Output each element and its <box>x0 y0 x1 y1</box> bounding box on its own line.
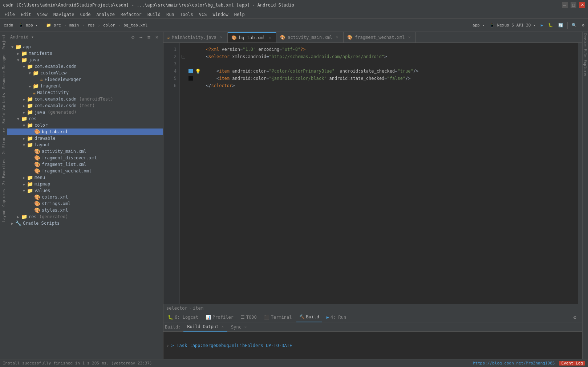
sidebar-tab-resource[interactable]: Resource Manager <box>0 52 7 91</box>
tree-item-res[interactable]: ▼ 📁 res <box>7 115 163 122</box>
tree-item-manifests[interactable]: ▶ 📁 manifests <box>7 50 163 57</box>
menu-run[interactable]: Run <box>163 11 177 18</box>
tree-item-app[interactable]: ▼ 📁 app <box>7 44 163 50</box>
tree-view[interactable]: ▼ 📁 app ▶ 📁 manifests ▼ 📁 java ▼ <box>7 42 163 359</box>
run-tab-build[interactable]: 🔨 Build <box>296 312 322 322</box>
tree-item-mainactivity[interactable]: ▶ ☕ MainActivity <box>7 89 163 96</box>
build-output-tab[interactable]: Build Output ✕ <box>183 322 227 332</box>
editor-content[interactable]: 1 2 3 4 5 6 - <box>163 43 582 304</box>
tree-arrow-menu[interactable]: ▶ <box>22 176 26 180</box>
panel-expand-icon[interactable]: ⇥ <box>138 34 144 40</box>
tree-arrow-pkg[interactable]: ▼ <box>22 65 26 69</box>
tab-bgtab-close[interactable]: ✕ <box>267 35 272 40</box>
tree-arrow-manifests[interactable]: ▶ <box>16 52 20 56</box>
tree-item-bgtab[interactable]: ▶ 🎨 bg_tab.xml <box>7 129 163 135</box>
tree-arrow-values[interactable]: ▼ <box>22 189 26 193</box>
toolbar-main-btn[interactable]: main <box>67 22 81 28</box>
tree-item-res-generated[interactable]: ▶ 📁 res (generated) <box>7 213 163 220</box>
run-tab-terminal[interactable]: ⬛ Terminal <box>261 312 295 322</box>
fold-btn-6[interactable] <box>180 82 187 89</box>
tree-item-androidtest[interactable]: ▶ 📁 com.example.csdn (androidTest) <box>7 96 163 102</box>
menu-window[interactable]: Window <box>210 11 231 18</box>
tab-fragmentwechat[interactable]: 🎨 fragment_wechat.xml ✕ <box>344 32 416 43</box>
menu-tools[interactable]: Tools <box>177 11 196 18</box>
tree-arrow-app[interactable]: ▼ <box>10 45 15 49</box>
menu-help[interactable]: Help <box>231 11 248 18</box>
menu-view[interactable]: View <box>34 11 50 18</box>
bc-item[interactable]: item <box>193 306 203 311</box>
tree-arrow-res-gen[interactable]: ▶ <box>16 215 20 219</box>
sync-tab[interactable]: Sync ✕ <box>227 322 250 332</box>
tab-activitymain[interactable]: 🎨 activity_main.xml ✕ <box>276 32 344 43</box>
event-log-btn[interactable]: Event Log <box>559 361 585 366</box>
bc-selector[interactable]: selector <box>166 306 187 311</box>
tree-arrow-drawable[interactable]: ▶ <box>22 136 26 140</box>
tree-item-colors[interactable]: ▶ 🎨 colors.xml <box>7 194 163 200</box>
tree-item-java-generated[interactable]: ▶ 📁 java (generated) <box>7 109 163 115</box>
tree-item-customview[interactable]: ▼ 📁 customView <box>7 70 163 76</box>
sidebar-tab-layout-captures[interactable]: Layout Captures <box>0 187 7 224</box>
run-tab-profiler[interactable]: 📊 Profiler <box>203 312 236 322</box>
tree-item-fragment[interactable]: ▶ 📁 fragment <box>7 83 163 89</box>
menu-navigate[interactable]: Navigate <box>50 11 77 18</box>
sidebar-tab-structure[interactable]: 2: Structure <box>0 126 7 156</box>
tree-item-fragment-list[interactable]: ▶ 🎨 fragment_list.xml <box>7 161 163 168</box>
tab-actmain-close[interactable]: ✕ <box>334 35 340 40</box>
tree-arrow-color[interactable]: ▼ <box>22 123 26 127</box>
run-tab-logcat[interactable]: 🐛 6: Logcat <box>165 312 201 322</box>
settings-btn[interactable]: ⚙ <box>580 22 587 28</box>
tree-item-drawable[interactable]: ▶ 📁 drawable <box>7 135 163 142</box>
tree-arrow-gradle[interactable]: ▶ <box>10 221 15 225</box>
toolbar-csdn-btn[interactable]: csdn <box>1 22 16 28</box>
tree-arrow-java[interactable]: ▼ <box>16 58 20 62</box>
panel-dropdown-icon[interactable]: Android ▾ <box>10 34 34 40</box>
device-btn[interactable]: 📱 Nexus 5 API 30 ▾ <box>487 22 538 28</box>
tree-item-menu[interactable]: ▶ 📁 menu <box>7 174 163 181</box>
sync-btn[interactable]: 🔄 <box>556 22 565 28</box>
bulb-indicator[interactable]: 💡 <box>194 68 202 75</box>
minimize-button[interactable]: ─ <box>562 2 568 8</box>
tree-item-com-example-csdn[interactable]: ▼ 📁 com.example.csdn <box>7 63 163 70</box>
panel-close-icon[interactable]: ✕ <box>154 34 160 40</box>
run-tab-todo[interactable]: ☰ TODO <box>238 312 260 322</box>
menu-refactor[interactable]: Refactor <box>118 11 145 18</box>
maximize-button[interactable]: □ <box>571 2 576 8</box>
tree-item-styles[interactable]: ▶ 🎨 styles.xml <box>7 207 163 213</box>
run-btn[interactable]: ▶ <box>539 22 546 28</box>
debug-btn[interactable]: 🐛 <box>546 22 555 28</box>
run-config-btn[interactable]: app ▾ <box>470 22 487 28</box>
tree-arrow-fragment[interactable]: ▶ <box>28 84 32 88</box>
sync-close[interactable]: ✕ <box>244 325 247 329</box>
status-link[interactable]: https://blog.csdn.net/MrsZhang1985 <box>473 361 555 366</box>
tree-item-layout[interactable]: ▼ 📁 layout <box>7 142 163 148</box>
sidebar-tab-favorites[interactable]: 2: Favorites <box>0 156 7 187</box>
menu-edit[interactable]: Edit <box>18 11 34 18</box>
menu-vcs[interactable]: VCS <box>196 11 210 18</box>
menu-file[interactable]: File <box>1 11 18 18</box>
tree-arrow-androidtest[interactable]: ▶ <box>22 97 26 101</box>
editor-scrollbar[interactable] <box>578 43 582 304</box>
toolbar-res-btn[interactable]: res <box>85 22 97 28</box>
tree-arrow-customview[interactable]: ▼ <box>28 71 32 75</box>
tree-arrow-mipmap[interactable]: ▶ <box>22 182 26 186</box>
tab-bgtab[interactable]: 🎨 bg_tab.xml ✕ <box>228 32 276 43</box>
tree-arrow-res[interactable]: ▼ <box>16 117 20 121</box>
tree-item-fragment-wechat[interactable]: ▶ 🎨 fragment_wechat.xml <box>7 168 163 174</box>
tree-item-fragment-discover[interactable]: ▶ 🎨 fragment_discover.xml <box>7 155 163 161</box>
sidebar-tab-build-variants[interactable]: Build Variants <box>0 91 7 126</box>
tree-item-values[interactable]: ▼ 📁 values <box>7 187 163 194</box>
code-editor[interactable]: <?xml version="1.0" encoding="utf-8"?> <… <box>202 43 578 304</box>
tab-wechat-close[interactable]: ✕ <box>407 35 412 40</box>
panel-settings-icon[interactable]: ≡ <box>146 34 152 40</box>
menu-code[interactable]: Code <box>77 11 94 18</box>
tab-mainactivity-close[interactable]: ✕ <box>219 35 224 40</box>
toolbar-bgtab-btn[interactable]: bg_tab.xml <box>121 22 150 28</box>
tree-item-fixedviewpager[interactable]: ▶ ☕ FixedViewPager <box>7 76 163 83</box>
build-output-close[interactable]: ✕ <box>222 325 224 329</box>
sidebar-tab-project[interactable]: Project <box>0 32 7 52</box>
tree-item-gradle[interactable]: ▶ 🔧 Gradle Scripts <box>7 220 163 227</box>
tree-item-color[interactable]: ▼ 📁 color <box>7 122 163 129</box>
tab-mainactivity[interactable]: ☕ MainActivity.java ✕ <box>163 32 228 43</box>
tree-item-strings[interactable]: ▶ 🎨 strings.xml <box>7 200 163 207</box>
tree-item-activity-main[interactable]: ▶ 🎨 activity_main.xml <box>7 148 163 155</box>
